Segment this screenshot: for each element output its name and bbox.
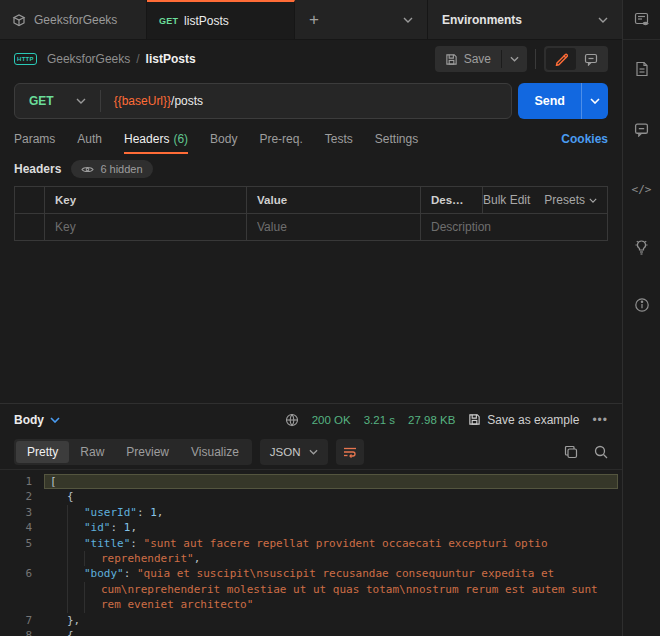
info-icon[interactable] xyxy=(623,284,660,326)
tab-options-chevron-icon[interactable] xyxy=(403,17,413,23)
headers-count: (6) xyxy=(173,132,188,146)
method-chevron-icon xyxy=(76,98,86,104)
send-button[interactable]: Send xyxy=(518,83,581,119)
code-line: 3"userId": 1, xyxy=(0,505,622,520)
tab-params[interactable]: Params xyxy=(14,124,55,154)
response-size[interactable]: 27.98 KB xyxy=(408,414,455,426)
save-split-button: Save xyxy=(435,46,527,72)
format-dropdown[interactable]: JSON xyxy=(260,439,328,465)
wrap-lines-icon[interactable] xyxy=(336,439,364,465)
network-globe-icon[interactable] xyxy=(285,413,299,427)
response-body-editor[interactable]: 1[2{3"userId": 1,4"id": 1,5"title": "sun… xyxy=(0,469,622,636)
environments-label[interactable]: Environments xyxy=(442,13,522,27)
checkbox-column xyxy=(15,187,45,214)
breadcrumb: HTTP GeeksforGeeks / listPosts Save xyxy=(0,40,622,78)
code-line: 7}, xyxy=(0,613,622,628)
method-label: GET xyxy=(29,94,54,108)
breadcrumb-collection[interactable]: GeeksforGeeks xyxy=(47,52,130,66)
view-tab-raw[interactable]: Raw xyxy=(69,441,115,463)
save-button[interactable]: Save xyxy=(435,46,501,72)
url-input-container: GET {{baseUrl}}/posts xyxy=(14,83,512,119)
tab-body[interactable]: Body xyxy=(210,124,237,154)
send-options-chevron-icon[interactable] xyxy=(581,83,608,119)
view-tab-visualize[interactable]: Visualize xyxy=(180,441,250,463)
headers-table-header-row: Key Value Des… ••• Bulk Edit Presets xyxy=(15,187,608,214)
code-line: 4"id": 1, xyxy=(0,520,622,535)
response-tools-right xyxy=(564,445,608,459)
response-meta: 200 OK 3.21 s 27.98 KB Save as example •… xyxy=(285,413,608,427)
method-dropdown[interactable]: GET xyxy=(15,94,100,108)
environments-chevron-icon[interactable] xyxy=(598,17,608,23)
documentation-icon[interactable] xyxy=(623,48,660,90)
hidden-headers-toggle[interactable]: 6 hidden xyxy=(71,160,152,178)
key-input[interactable] xyxy=(55,220,236,234)
view-tab-pretty[interactable]: Pretty xyxy=(16,441,69,463)
request-tab-name: listPosts xyxy=(184,14,229,28)
row-checkbox-cell[interactable] xyxy=(15,214,45,241)
save-as-example-button[interactable]: Save as example xyxy=(468,413,579,427)
new-tab-button[interactable]: + xyxy=(309,11,319,28)
code-line: 8{ xyxy=(0,628,622,636)
tab-pre-request[interactable]: Pre-req. xyxy=(259,124,302,154)
tab-auth[interactable]: Auth xyxy=(77,124,102,154)
divider xyxy=(535,49,536,69)
description-input[interactable] xyxy=(431,220,597,234)
url-input[interactable]: {{baseUrl}}/posts xyxy=(101,94,216,108)
tab-strip: GeeksforGeeks GET listPosts + Environmen… xyxy=(0,0,622,40)
hidden-headers-label: 6 hidden xyxy=(100,163,142,175)
code-line: rem eveniet architecto" xyxy=(0,597,622,612)
url-base-variable: {{baseUrl}} xyxy=(114,94,171,108)
code-line: 1[ xyxy=(0,474,622,489)
view-mode-tabs: Pretty Raw Preview Visualize xyxy=(14,439,252,465)
sidebar-comment-icon[interactable] xyxy=(623,108,660,150)
search-icon[interactable] xyxy=(594,445,608,459)
response-status[interactable]: 200 OK xyxy=(312,414,351,426)
eye-icon xyxy=(81,165,94,174)
tab-settings[interactable]: Settings xyxy=(375,124,418,154)
code-line: reprehenderit", xyxy=(0,551,622,566)
edit-pencil-icon[interactable] xyxy=(546,48,576,70)
code-snippet-icon[interactable]: </> xyxy=(623,168,660,210)
send-split-button: Send xyxy=(518,83,608,119)
presets-dropdown[interactable]: Presets xyxy=(544,193,597,207)
save-example-icon xyxy=(468,413,481,426)
value-input[interactable] xyxy=(257,220,410,234)
right-sidebar: </> xyxy=(622,0,660,636)
save-options-chevron-icon[interactable] xyxy=(501,50,527,68)
code-line: 6"body": "quia et suscipit\nsuscipit rec… xyxy=(0,566,622,581)
response-body-chevron-icon[interactable] xyxy=(50,417,60,423)
postman-window: GeeksforGeeks GET listPosts + Environmen… xyxy=(0,0,660,636)
code-line: cum\nreprehenderit molestiae ut ut quas … xyxy=(0,582,622,597)
environment-quicklook-icon[interactable] xyxy=(623,0,660,41)
response-more-icon[interactable]: ••• xyxy=(592,413,608,427)
code-line: 5"title": "sunt aut facere repellat prov… xyxy=(0,536,622,551)
tab-request-listposts[interactable]: GET listPosts xyxy=(147,0,295,39)
response-toolbar: Pretty Raw Preview Visualize JSON xyxy=(0,435,622,469)
request-tabs: Params Auth Headers (6) Body Pre-req. Te… xyxy=(0,124,622,154)
view-tab-preview[interactable]: Preview xyxy=(115,441,180,463)
format-label: JSON xyxy=(270,446,301,458)
response-time[interactable]: 3.21 s xyxy=(364,414,395,426)
response-body-dropdown[interactable]: Body xyxy=(14,413,44,427)
tab-headers[interactable]: Headers (6) xyxy=(124,124,188,154)
code-line: 2{ xyxy=(0,489,622,504)
url-path: /posts xyxy=(171,94,203,108)
tab-collection-geeksforgeeks[interactable]: GeeksforGeeks xyxy=(0,0,147,39)
request-tab-method: GET xyxy=(159,16,178,26)
tab-tests[interactable]: Tests xyxy=(325,124,353,154)
request-url-row: GET {{baseUrl}}/posts Send xyxy=(0,78,622,124)
column-description: Des… xyxy=(421,187,483,214)
save-icon xyxy=(445,53,458,66)
request-actions: Save xyxy=(435,46,608,72)
breadcrumb-request: listPosts xyxy=(146,52,196,66)
copy-icon[interactable] xyxy=(564,445,578,459)
http-request-icon: HTTP xyxy=(14,53,37,65)
column-key: Key xyxy=(45,187,247,214)
bulk-edit-button[interactable]: Bulk Edit xyxy=(483,193,530,207)
lightbulb-icon[interactable] xyxy=(623,226,660,268)
main-column: GeeksforGeeks GET listPosts + Environmen… xyxy=(0,0,622,636)
cookies-link[interactable]: Cookies xyxy=(561,132,608,146)
save-as-example-label: Save as example xyxy=(487,413,579,427)
comment-icon[interactable] xyxy=(576,48,606,70)
save-button-label: Save xyxy=(464,52,491,66)
